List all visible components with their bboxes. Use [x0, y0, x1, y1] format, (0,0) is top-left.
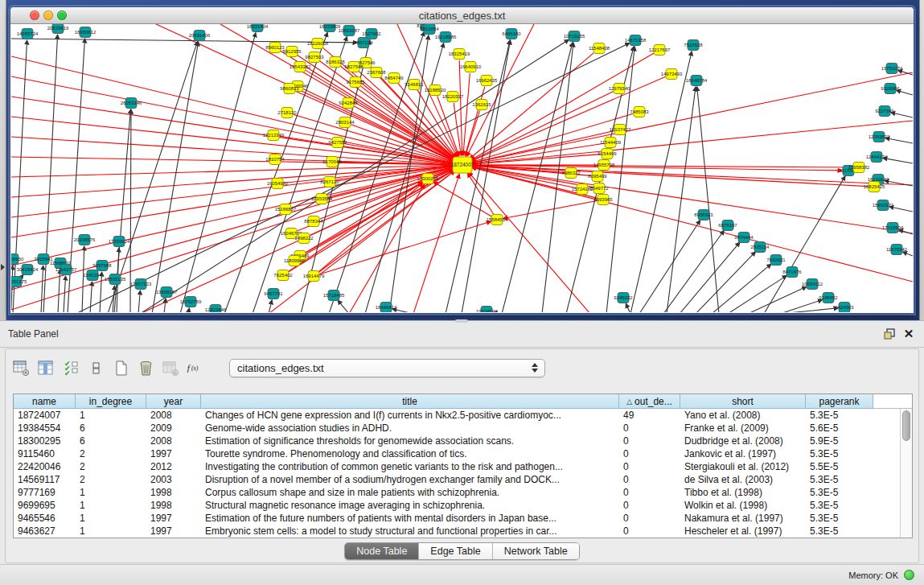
tab-network-table[interactable]: Network Table [493, 543, 579, 559]
graph-node[interactable]: 9329966 [881, 84, 900, 94]
graph-node[interactable]: 59051375 [11, 277, 27, 287]
graph-node[interactable]: 10653287 [339, 26, 360, 36]
graph-node[interactable]: 10924502 [476, 307, 498, 313]
graph-node[interactable]: 20533819 [47, 24, 69, 34]
graph-node[interactable]: 16640910 [460, 62, 482, 72]
graph-node[interactable]: 12217697 [649, 45, 671, 56]
graph-node[interactable]: 18226058 [307, 39, 329, 49]
graph-node[interactable]: 16962435 [476, 76, 498, 86]
table-row[interactable]: 1456911722003Disruption of a novel membe… [14, 473, 912, 486]
delete-table-icon[interactable]: x [162, 359, 179, 377]
table-source-combobox[interactable]: citations_edges.txt [229, 359, 545, 377]
graph-node[interactable]: 12923446 [205, 305, 227, 313]
graph-node[interactable]: 12444134 [866, 152, 888, 163]
graph-node[interactable]: 16543382 [290, 62, 311, 72]
graph-node[interactable]: 17957223 [130, 279, 152, 290]
graph-node[interactable]: 7485083 [630, 107, 649, 117]
graph-node[interactable]: 9245652 [819, 293, 838, 303]
delete-icon[interactable] [137, 359, 154, 377]
table-row[interactable]: 1872400712008Changes of HCN gene express… [14, 409, 912, 422]
table-settings-icon[interactable] [12, 359, 30, 377]
graph-node[interactable]: 1362615 [472, 100, 491, 110]
graph-node[interactable]: 11544409 [600, 138, 622, 148]
graph-node[interactable]: 9424503 [835, 303, 854, 313]
memory-status-icon[interactable] [904, 570, 914, 580]
graph-node[interactable]: 9227349 [875, 106, 894, 117]
graph-node[interactable]: 2367608 [367, 68, 386, 78]
column-header-in_degree[interactable]: in_degree [76, 394, 146, 409]
table-row[interactable]: 969969511998Structural magnetic resonanc… [14, 499, 912, 512]
graph-node[interactable]: 14055724 [17, 29, 39, 39]
table-row[interactable]: 911546021997Tourette syndrome. Phenomeno… [14, 447, 912, 460]
graph-node[interactable]: 18325419 [449, 49, 470, 60]
column-header-year[interactable]: year [146, 394, 201, 409]
graph-node[interactable]: 11548408 [589, 43, 610, 54]
graph-node[interactable]: 8454749 [384, 73, 404, 84]
graph-node[interactable]: 10107427 [610, 125, 631, 135]
node-table[interactable]: namein_degreeyeartitle△out_de...shortpag… [13, 393, 913, 538]
graph-node[interactable]: 15718485 [323, 290, 345, 301]
graph-node[interactable]: 18724007 [451, 157, 474, 173]
graph-node[interactable]: 2718120 [277, 108, 297, 118]
graph-node[interactable]: 8471676 [782, 267, 802, 278]
graph-node[interactable]: 19218986 [435, 32, 457, 43]
graph-node[interactable]: 15584554 [487, 215, 508, 225]
tab-node-table[interactable]: Node Table [345, 543, 419, 559]
graph-node[interactable]: 9474444 [734, 233, 754, 243]
graph-node[interactable]: 9097588 [92, 261, 112, 271]
graph-node[interactable]: 18931404 [247, 24, 269, 32]
graph-node[interactable]: 11675342 [886, 245, 908, 255]
scrollbar-thumb[interactable] [902, 410, 910, 441]
panel-collapse-arrow-icon[interactable] [1, 264, 5, 270]
graph-node[interactable]: 14955798 [593, 160, 615, 171]
function-builder-icon[interactable]: f(x) [187, 359, 204, 377]
graph-node[interactable]: 8186328 [326, 57, 345, 68]
graph-node[interactable]: 15166857 [275, 204, 297, 215]
column-header-out_de[interactable]: △out_de... [619, 394, 680, 409]
graph-node[interactable]: 7625402 [273, 270, 293, 281]
graph-node[interactable]: 8912955 [282, 47, 302, 57]
column-header-name[interactable]: name [14, 394, 76, 409]
graph-node[interactable]: 17359924 [109, 237, 130, 247]
table-row[interactable]: 1938455462009Genome-wide association stu… [14, 422, 912, 435]
graph-node[interactable]: 16648784 [686, 76, 708, 86]
graph-node[interactable]: 9457791 [264, 289, 283, 299]
float-window-icon[interactable] [882, 327, 897, 341]
graph-node[interactable]: 30415424 [17, 265, 39, 275]
graph-node[interactable]: 8878344 [304, 216, 323, 227]
graph-node[interactable]: 12093822 [869, 132, 890, 142]
graph-node[interactable]: 13958187 [156, 287, 178, 298]
column-header-pagerank[interactable]: pagerank [806, 394, 873, 409]
vertical-scrollbar[interactable] [900, 409, 912, 538]
graph-node[interactable]: 6879197 [718, 220, 737, 231]
graph-node[interactable]: 1145194 [84, 270, 103, 281]
graph-node[interactable]: 15692971 [873, 200, 894, 211]
column-header-short[interactable]: short [680, 394, 806, 409]
graph-node[interactable]: 8938923 [694, 210, 713, 220]
graph-node[interactable]: 20691406 [189, 31, 211, 41]
graph-node[interactable]: 16914479 [303, 271, 325, 282]
new-document-icon[interactable] [112, 359, 129, 377]
network-canvas[interactable]: 1405572420533819169506122069140618931404… [11, 24, 913, 312]
graph-node[interactable]: 7632621 [766, 255, 786, 266]
graph-node[interactable]: 2803144 [335, 117, 355, 128]
graph-node[interactable]: 26053346 [121, 98, 142, 109]
graph-node[interactable]: 9170046 [322, 157, 342, 167]
graph-node[interactable]: 20206576 [74, 235, 96, 245]
select-columns-icon[interactable]: ✔✔✔ [62, 359, 80, 377]
column-header-title[interactable]: title [201, 394, 619, 409]
graph-node[interactable]: 10719155 [564, 31, 585, 42]
rows-icon[interactable] [87, 359, 105, 377]
table-row[interactable]: 1830029562008Estimation of significance … [14, 435, 912, 447]
table-row[interactable]: 946554611997Estimation of the future num… [14, 512, 912, 525]
close-icon[interactable]: ✕ [901, 327, 916, 341]
tab-edge-table[interactable]: Edge Table [419, 543, 492, 559]
graph-node[interactable]: 16950612 [75, 27, 97, 38]
table-row[interactable]: 977716911998Corpus callosum shape and si… [14, 486, 912, 499]
window-titlebar[interactable]: citations_edges.txt [10, 7, 914, 24]
graph-node[interactable]: 2935114 [751, 242, 770, 253]
table-row[interactable]: 2242004622012Investigating the contribut… [14, 460, 912, 473]
graph-node[interactable]: 12213349 [263, 130, 285, 141]
graph-node[interactable]: 9245032 [614, 293, 633, 303]
graph-node[interactable]: 9827503 [305, 52, 324, 63]
